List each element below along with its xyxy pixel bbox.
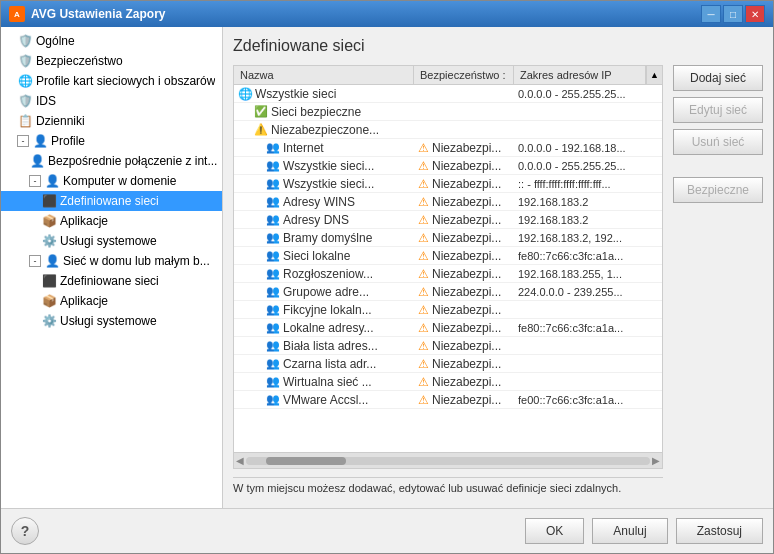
- network-icon: 👥: [266, 339, 280, 353]
- sec-warning-icon: ⚠: [418, 231, 429, 245]
- col-name[interactable]: Nazwa: [234, 66, 414, 84]
- sidebar-item-aplikacje2[interactable]: 📦 Aplikacje: [1, 291, 222, 311]
- table-row[interactable]: ✅ Sieci bezpieczne: [234, 103, 662, 121]
- profile-expand-icon[interactable]: -: [17, 135, 29, 147]
- sidebar-item-uslugi2[interactable]: ⚙️ Usługi systemowe: [1, 311, 222, 331]
- dzienniki-icon: 📋: [17, 113, 33, 129]
- table-row[interactable]: 👥 Wszystkie sieci... ⚠ Niezabezpi... 0.0…: [234, 157, 662, 175]
- network-icon: 👥: [266, 303, 280, 317]
- sidebar-item-aplikacje1[interactable]: 📦 Aplikacje: [1, 211, 222, 231]
- scroll-up-btn[interactable]: ▲: [646, 66, 662, 84]
- sidebar-item-zdefiniowane2[interactable]: ⬛ Zdefiniowane sieci: [1, 271, 222, 291]
- col-ip[interactable]: Zakres adresów IP: [514, 66, 646, 84]
- scroll-right-arrow[interactable]: ▶: [652, 455, 660, 466]
- bezposrednie-icon: 👤: [29, 153, 45, 169]
- table-row[interactable]: 👥 Internet ⚠ Niezabezpi... 0.0.0.0 - 192…: [234, 139, 662, 157]
- bottom-bar: ? OK Anuluj Zastosuj: [1, 508, 773, 553]
- col-security[interactable]: Bezpieczeństwo :: [414, 66, 514, 84]
- table-row[interactable]: 👥 Adresy DNS ⚠ Niezabezpi... 192.168.183…: [234, 211, 662, 229]
- row-ip: fe80::7c66:c3fc:a1a...: [514, 249, 662, 263]
- sidebar-item-ids[interactable]: 🛡️ IDS: [1, 91, 222, 111]
- sidebar-item-dzienniki[interactable]: 📋 Dzienniki: [1, 111, 222, 131]
- komputer-expand-icon[interactable]: -: [29, 175, 41, 187]
- close-button[interactable]: ✕: [745, 5, 765, 23]
- app-icon: A: [9, 6, 25, 22]
- row-security: ⚠ Niezabezpi...: [414, 374, 514, 390]
- sidebar-item-zdefiniowane[interactable]: ⬛ Zdefiniowane sieci: [1, 191, 222, 211]
- row-security: ⚠ Niezabezpi...: [414, 140, 514, 156]
- sec-warning-icon: ⚠: [418, 285, 429, 299]
- table-row[interactable]: 🌐 Wszystkie sieci 0.0.0.0 - 255.255.25..…: [234, 85, 662, 103]
- uslugi1-label: Usługi systemowe: [60, 234, 157, 248]
- ogolne-icon: 🛡️: [17, 33, 33, 49]
- row-ip: 224.0.0.0 - 239.255...: [514, 285, 662, 299]
- apply-button[interactable]: Zastosuj: [676, 518, 763, 544]
- scroll-thumb[interactable]: [266, 457, 346, 465]
- table-row[interactable]: 👥 Adresy WINS ⚠ Niezabezpi... 192.168.18…: [234, 193, 662, 211]
- row-name: 👥 Fikcyjne lokaln...: [234, 302, 414, 318]
- scroll-left-arrow[interactable]: ◀: [236, 455, 244, 466]
- row-ip: 192.168.183.2: [514, 195, 662, 209]
- table-row[interactable]: 👥 Biała lista adres... ⚠ Niezabezpi...: [234, 337, 662, 355]
- sidebar-item-ogolne[interactable]: 🛡️ Ogólne: [1, 31, 222, 51]
- profile-label: Profile: [51, 134, 85, 148]
- row-security: ⚠ Niezabezpi...: [414, 338, 514, 354]
- bottom-left: ?: [11, 517, 39, 545]
- minimize-button[interactable]: ─: [701, 5, 721, 23]
- table-row[interactable]: 👥 Czarna lista adr... ⚠ Niezabezpi...: [234, 355, 662, 373]
- ids-icon: 🛡️: [17, 93, 33, 109]
- table-row[interactable]: 👥 Fikcyjne lokaln... ⚠ Niezabezpi...: [234, 301, 662, 319]
- sidebar-item-bezposrednie[interactable]: 👤 Bezpośrednie połączenie z int...: [1, 151, 222, 171]
- globe-icon: 🌐: [238, 87, 252, 101]
- cancel-button[interactable]: Anuluj: [592, 518, 667, 544]
- network-icon: 👥: [266, 285, 280, 299]
- network-icon: 👥: [266, 213, 280, 227]
- bezp-icon: 🛡️: [17, 53, 33, 69]
- row-security: [414, 111, 514, 113]
- network-icon: 👥: [266, 141, 280, 155]
- sidebar-item-komputer[interactable]: - 👤 Komputer w domenie: [1, 171, 222, 191]
- row-security: [414, 129, 514, 131]
- sidebar-item-profile-kart[interactable]: 🌐 Profile kart sieciowych i obszarów: [1, 71, 222, 91]
- ogolne-label: Ogólne: [36, 34, 75, 48]
- siec-domu-expand-icon[interactable]: -: [29, 255, 41, 267]
- scroll-track[interactable]: [246, 457, 650, 465]
- remove-network-button[interactable]: Usuń sieć: [673, 129, 763, 155]
- table-row[interactable]: ⚠️ Niezabezpieczone...: [234, 121, 662, 139]
- sec-warning-icon: ⚠: [418, 267, 429, 281]
- row-security: ⚠ Niezabezpi...: [414, 230, 514, 246]
- sidebar-item-uslugi1[interactable]: ⚙️ Usługi systemowe: [1, 231, 222, 251]
- table-row[interactable]: 👥 Lokalne adresy... ⚠ Niezabezpi... fe80…: [234, 319, 662, 337]
- table-row[interactable]: 👥 Wirtualna sieć ... ⚠ Niezabezpi...: [234, 373, 662, 391]
- sidebar-item-bezpieczenstwo[interactable]: 🛡️ Bezpieczeństwo: [1, 51, 222, 71]
- table-row[interactable]: 👥 Bramy domyślne ⚠ Niezabezpi... 192.168…: [234, 229, 662, 247]
- network-icon: 👥: [266, 321, 280, 335]
- main-panel: Zdefiniowane sieci Nazwa Bezpieczeństwo …: [223, 27, 773, 508]
- sec-warning-icon: ⚠: [418, 303, 429, 317]
- table-row[interactable]: 👥 Wszystkie sieci... ⚠ Niezabezpi... :: …: [234, 175, 662, 193]
- sidebar-item-siec-domu[interactable]: - 👤 Sieć w domu lub małym b...: [1, 251, 222, 271]
- row-name: 👥 Grupowe adre...: [234, 284, 414, 300]
- network-icon: 👥: [266, 249, 280, 263]
- row-name: 👥 Sieci lokalne: [234, 248, 414, 264]
- table-row[interactable]: 👥 Rozgłoszeniow... ⚠ Niezabezpi... 192.1…: [234, 265, 662, 283]
- sec-warning-icon: ⚠: [418, 249, 429, 263]
- row-security: ⚠ Niezabezpi...: [414, 158, 514, 174]
- table-row[interactable]: 👥 Sieci lokalne ⚠ Niezabezpi... fe80::7c…: [234, 247, 662, 265]
- add-network-button[interactable]: Dodaj sieć: [673, 65, 763, 91]
- row-name: 👥 Adresy DNS: [234, 212, 414, 228]
- bezp-label: Bezpieczeństwo: [36, 54, 123, 68]
- secure-button[interactable]: Bezpieczne: [673, 177, 763, 203]
- help-button[interactable]: ?: [11, 517, 39, 545]
- sec-warning-icon: ⚠: [418, 321, 429, 335]
- table-row[interactable]: 👥 Grupowe adre... ⚠ Niezabezpi... 224.0.…: [234, 283, 662, 301]
- sidebar-item-profile[interactable]: - 👤 Profile: [1, 131, 222, 151]
- maximize-button[interactable]: □: [723, 5, 743, 23]
- table-row[interactable]: 👥 VMware Accsl... ⚠ Niezabezpi... fe00::…: [234, 391, 662, 409]
- horizontal-scrollbar[interactable]: ◀ ▶: [234, 452, 662, 468]
- ok-button[interactable]: OK: [525, 518, 584, 544]
- network-table: Nazwa Bezpieczeństwo : Zakres adresów IP…: [233, 65, 663, 469]
- row-name: 👥 Bramy domyślne: [234, 230, 414, 246]
- edit-network-button[interactable]: Edytuj sieć: [673, 97, 763, 123]
- row-security: ⚠ Niezabezpi...: [414, 356, 514, 372]
